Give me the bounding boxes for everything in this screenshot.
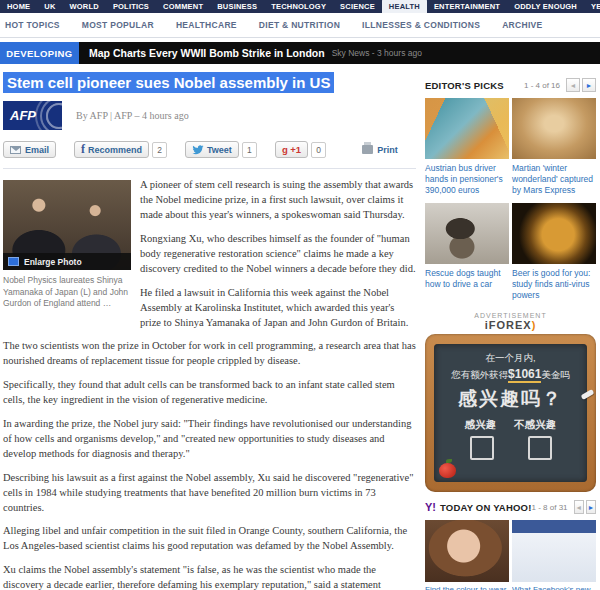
today-caption[interactable]: What Facebook's new ...: [512, 585, 596, 590]
today-on-yahoo-title: TODAY ON YAHOO!: [440, 502, 532, 513]
today-image-kate[interactable]: [425, 520, 509, 582]
pick-image-dog[interactable]: [425, 203, 509, 264]
article-byline: By AFP | AFP – 4 hours ago: [76, 110, 189, 121]
pick-item-mars[interactable]: Martian 'winter wonderland' captured by …: [512, 98, 596, 196]
editors-picks-pagination: 1 - 4 of 16: [524, 81, 560, 90]
nav-item-science[interactable]: SCIENCE: [333, 0, 382, 13]
nav-item-politics[interactable]: POLITICS: [106, 0, 156, 13]
pick-item-beer[interactable]: Beer is good for you: study finds anti-v…: [512, 203, 596, 301]
ad-option-yes: 感兴趣: [465, 418, 497, 432]
editors-picks-header: EDITOR'S PICKS 1 - 4 of 16 ◄ ►: [425, 78, 596, 92]
ad-line1: 在一个月内,: [434, 352, 587, 365]
byline-row: AFP By AFP | AFP – 4 hours ago: [3, 101, 416, 130]
article-photo[interactable]: Enlarge Photo: [3, 180, 131, 270]
share-toolbar: Email f Recommend 2 Tweet 1 g +1 0: [3, 141, 416, 158]
sidebar: EDITOR'S PICKS 1 - 4 of 16 ◄ ► Austrian …: [422, 64, 599, 590]
nav-item-technology[interactable]: TECHNOLOGY: [264, 0, 333, 13]
pick-item-euros[interactable]: Austrian bus driver hands in pensioner's…: [425, 98, 509, 196]
article-paragraph: The two scientists won the prize in Octo…: [3, 339, 416, 369]
today-item-kate[interactable]: Find the colour to wear in ...: [425, 520, 509, 590]
developing-headline-link[interactable]: Map Charts Every WWII Bomb Strike in Lon…: [89, 47, 325, 59]
email-button[interactable]: Email: [3, 141, 56, 158]
printer-icon: [362, 145, 373, 154]
article-paragraph: Xu claims the Nobel assembly's statement…: [3, 563, 416, 590]
pick-image-mars[interactable]: [512, 98, 596, 159]
main-layout: Stem cell pioneer sues Nobel assembly in…: [0, 64, 600, 590]
nav-item-health-active[interactable]: HEALTH: [382, 0, 427, 13]
ad-line2-pre: 您有额外获得: [451, 369, 508, 380]
afp-globe-icon: [46, 103, 62, 129]
nav-item-home[interactable]: HOME: [0, 0, 37, 13]
tweet-count: 1: [242, 142, 257, 158]
ad-checkboxes: [434, 436, 587, 460]
article-photo-block: Enlarge Photo Nobel Physics laureates Sh…: [3, 180, 131, 313]
today-next-button[interactable]: ►: [586, 500, 596, 514]
today-grid: Find the colour to wear in ... What Face…: [425, 520, 596, 590]
subnav-diet-nutrition[interactable]: DIET & NUTRITION: [259, 20, 340, 30]
article-column: Stem cell pioneer sues Nobel assembly in…: [2, 64, 422, 590]
editors-picks-next-button[interactable]: ►: [582, 78, 596, 92]
editors-picks-grid: Austrian bus driver hands in pensioner's…: [425, 98, 596, 308]
pick-image-beer[interactable]: [512, 203, 596, 264]
plusone-count: 0: [311, 142, 326, 158]
iforex-ad-banner[interactable]: 在一个月内, 您有额外获得$1061美金吗 感兴趣吗？ 感兴趣 不感兴趣: [425, 334, 596, 492]
pick-title[interactable]: Austrian bus driver hands in pensioner's…: [425, 163, 509, 196]
tweet-label: Tweet: [207, 145, 232, 155]
nav-item-world[interactable]: WORLD: [63, 0, 106, 13]
photo-caption: Nobel Physics laureates Shinya Yamanaka …: [3, 270, 131, 313]
subnav-healthcare[interactable]: HEALTHCARE: [176, 20, 237, 30]
subnav-hot-topics[interactable]: HOT TOPICS: [5, 20, 60, 30]
recommend-label: Recommend: [88, 145, 142, 155]
developing-badge: DEVELOPING: [0, 42, 79, 64]
today-prev-button[interactable]: ◄: [574, 500, 584, 514]
today-on-yahoo-header: Y! TODAY ON YAHOO! 1 - 8 of 31 ◄ ►: [425, 500, 596, 514]
article-paragraph: Specifically, they found that adult cell…: [3, 378, 416, 408]
print-button[interactable]: Print: [362, 145, 398, 155]
nav-item-oddly-enough[interactable]: ODDLY ENOUGH: [507, 0, 584, 13]
ad-big-question: 感兴趣吗？: [434, 386, 587, 412]
apple-icon: [439, 463, 456, 478]
editors-picks-prev-button[interactable]: ◄: [566, 78, 580, 92]
ad-options: 感兴趣 不感兴趣: [434, 418, 587, 432]
iforex-logo[interactable]: iFOREX): [425, 319, 596, 331]
afp-logo-text: AFP: [10, 108, 36, 123]
print-label: Print: [377, 145, 398, 155]
iforex-logo-accent: ): [532, 319, 537, 331]
article-title: Stem cell pioneer sues Nobel assembly in…: [3, 72, 334, 93]
enlarge-photo-button[interactable]: Enlarge Photo: [3, 253, 131, 270]
nav-item-comment[interactable]: COMMENT: [156, 0, 210, 13]
nav-item-year-in-review[interactable]: YEAR IN REVIEW: [584, 0, 600, 13]
article-body: Enlarge Photo Nobel Physics laureates Sh…: [3, 178, 416, 590]
nav-item-entertainment[interactable]: ENTERTAINMENT: [427, 0, 507, 13]
email-label: Email: [25, 145, 49, 155]
pick-item-dog[interactable]: Rescue dogs taught how to drive a car: [425, 203, 509, 301]
facebook-recommend-button[interactable]: f Recommend: [74, 141, 149, 158]
subnav-archive[interactable]: ARCHIVE: [502, 20, 542, 30]
sub-navigation: HOT TOPICS MOST POPULAR HEALTHCARE DIET …: [0, 13, 600, 38]
chalkboard: 在一个月内, 您有额外获得$1061美金吗 感兴趣吗？ 感兴趣 不感兴趣: [434, 344, 587, 482]
nav-item-business[interactable]: BUSINESS: [210, 0, 264, 13]
ad-checkbox-no[interactable]: [528, 436, 552, 460]
ad-checkbox-yes[interactable]: [470, 436, 494, 460]
pick-title[interactable]: Rescue dogs taught how to drive a car: [425, 268, 509, 290]
ad-amount: $1061: [508, 367, 541, 383]
developing-strip: DEVELOPING Map Charts Every WWII Bomb St…: [0, 42, 600, 64]
ad-line2-post: 美金吗: [541, 369, 570, 380]
pick-title[interactable]: Beer is good for you: study finds anti-v…: [512, 268, 596, 301]
nav-item-uk[interactable]: UK: [37, 0, 62, 13]
today-image-facebook[interactable]: [512, 520, 596, 582]
pick-title[interactable]: Martian 'winter wonderland' captured by …: [512, 163, 596, 196]
today-caption[interactable]: Find the colour to wear in ...: [425, 585, 509, 590]
google-plusone-icon: g +1: [282, 144, 301, 155]
today-item-facebook[interactable]: What Facebook's new ...: [512, 520, 596, 590]
subnav-most-popular[interactable]: MOST POPULAR: [82, 20, 154, 30]
pick-image-euros[interactable]: [425, 98, 509, 159]
article-paragraph: Alleging libel and unfair competition in…: [3, 524, 416, 554]
twitter-bird-icon: [192, 145, 204, 155]
subnav-illnesses-conditions[interactable]: ILLNESSES & CONDITIONS: [362, 20, 480, 30]
tweet-button[interactable]: Tweet: [185, 141, 239, 158]
ad-line2: 您有额外获得$1061美金吗: [434, 367, 587, 382]
google-plusone-button[interactable]: g +1: [275, 141, 308, 158]
top-navigation: HOME UK WORLD POLITICS COMMENT BUSINESS …: [0, 0, 600, 13]
facebook-icon: f: [81, 142, 85, 157]
